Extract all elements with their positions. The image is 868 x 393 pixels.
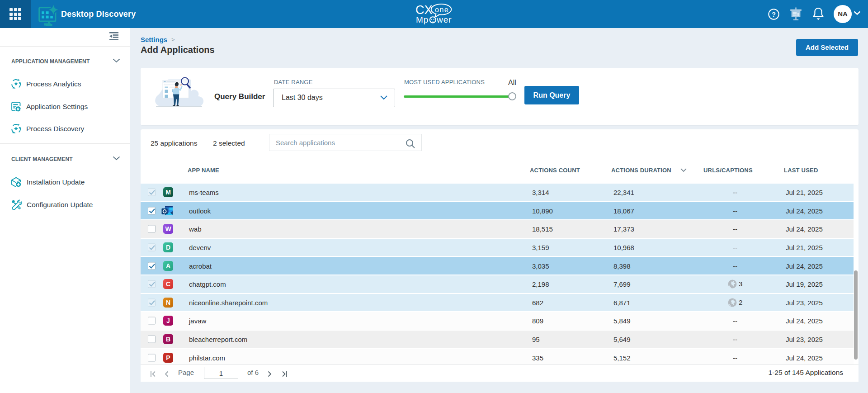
svg-text:Mp: Mp: [416, 15, 429, 24]
svg-text:one: one: [435, 6, 449, 14]
svg-text:?: ?: [772, 11, 776, 18]
svg-text:wer: wer: [436, 15, 452, 24]
